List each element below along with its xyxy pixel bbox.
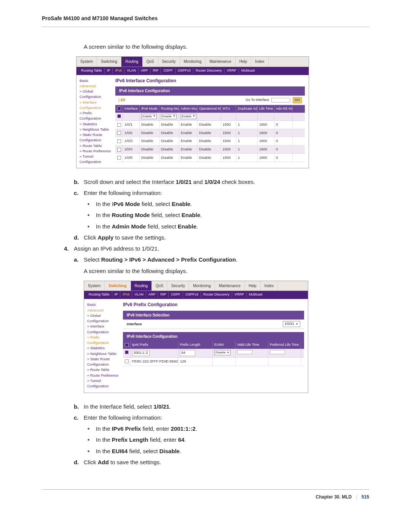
- table-filter-row[interactable]: EnableEnableEnable: [115, 113, 305, 121]
- sidebar-item[interactable]: » Global: [80, 89, 112, 94]
- interface-select[interactable]: 1/0/21: [283, 321, 300, 327]
- subnav-vrrp[interactable]: VRRP: [225, 68, 239, 73]
- tab-system[interactable]: System: [76, 57, 97, 67]
- subnav-arp[interactable]: ARP: [146, 292, 158, 297]
- row-checkbox[interactable]: [117, 148, 121, 152]
- sidebar-item[interactable]: » Static Route: [87, 356, 119, 362]
- row-checkbox[interactable]: [117, 123, 121, 127]
- sidebar-item[interactable]: Advanced: [87, 308, 119, 313]
- sidebar-item[interactable]: » Route Table: [80, 143, 112, 149]
- all-filter-label[interactable]: ¦ All: [118, 97, 125, 103]
- subnav-ipv6[interactable]: IPv6: [113, 68, 124, 73]
- subnav-arp[interactable]: ARP: [139, 68, 151, 73]
- tab-monitoring[interactable]: Monitoring: [189, 281, 215, 291]
- subnav-router-discovery[interactable]: Router Discovery: [201, 292, 232, 297]
- sidebar-item[interactable]: » Neighbour Table: [87, 351, 119, 356]
- filter-input[interactable]: 64: [180, 350, 195, 356]
- tab-security[interactable]: Security: [167, 281, 189, 291]
- tab-qos[interactable]: QoS: [143, 57, 158, 67]
- sidebar-item[interactable]: Advanced: [80, 83, 112, 89]
- subnav-router-discovery[interactable]: Router Discovery: [193, 68, 225, 73]
- sidebar-item[interactable]: » Global: [87, 313, 119, 318]
- sidebar-item[interactable]: » Interface: [80, 100, 112, 105]
- subnav-vrrp[interactable]: VRRP: [232, 292, 247, 297]
- sidebar-item[interactable]: » Neighbour Table: [80, 127, 112, 132]
- sidebar-item[interactable]: » Tunnel: [80, 154, 112, 159]
- bullet-icon: •: [88, 200, 96, 208]
- tab-system[interactable]: System: [84, 281, 105, 291]
- filter-input[interactable]: [270, 350, 285, 354]
- sidebar-item[interactable]: » Statistics: [80, 121, 112, 127]
- subnav-rip[interactable]: RIP: [158, 292, 169, 297]
- tab-monitoring[interactable]: Monitoring: [180, 57, 206, 67]
- cell: 1800: [258, 137, 274, 145]
- sidebar-item[interactable]: » Route Preference: [87, 373, 119, 378]
- filter-input[interactable]: [237, 350, 252, 354]
- filter-checkbox[interactable]: [117, 114, 121, 118]
- sidebar-item[interactable]: » Tunnel: [87, 378, 119, 383]
- tab-routing[interactable]: Routing: [131, 281, 152, 291]
- subnav-routing-table[interactable]: Routing Table: [86, 292, 112, 297]
- col-header: Routing Mode: [159, 105, 179, 113]
- subnav-multicast[interactable]: Multicast: [239, 68, 257, 73]
- subnav-ip[interactable]: IP: [105, 68, 113, 73]
- sidebar-item[interactable]: » Route Table: [87, 367, 119, 372]
- sidebar-item[interactable]: » Prefix: [80, 110, 112, 116]
- cell: Disable: [159, 137, 179, 145]
- cell: 0: [274, 154, 293, 162]
- select-all-checkbox[interactable]: [125, 343, 129, 347]
- tab-qos[interactable]: QoS: [152, 281, 167, 291]
- subnav-ipv6[interactable]: IPv6: [120, 292, 132, 297]
- subnav-ospf[interactable]: OSPF: [169, 292, 183, 297]
- cell: [236, 358, 268, 366]
- eui64-select[interactable]: Disable: [214, 350, 231, 355]
- filter-input[interactable]: 2001:1::2: [132, 350, 150, 356]
- row-checkbox[interactable]: [117, 156, 121, 160]
- row-checkbox[interactable]: [117, 131, 121, 135]
- filter-select[interactable]: Enable: [141, 114, 157, 119]
- col-header: Admin Mode: [179, 105, 198, 113]
- step-c-text: Enter the following information:: [84, 189, 162, 197]
- sidebar-item[interactable]: » Static Route: [80, 132, 112, 137]
- tab-switching[interactable]: Switching: [105, 281, 131, 291]
- go-button[interactable]: GO: [293, 97, 302, 103]
- tab-index[interactable]: Index: [261, 281, 278, 291]
- subnav-rip[interactable]: RIP: [150, 68, 161, 73]
- filter-checkbox[interactable]: [125, 350, 129, 354]
- subnav-ospfv3[interactable]: OSPFv3: [175, 68, 193, 73]
- tab-help[interactable]: Help: [236, 57, 252, 67]
- sidebar-item[interactable]: » Route Preference: [80, 149, 112, 154]
- tab-maintenance[interactable]: Maintenance: [215, 281, 245, 291]
- select-all-checkbox[interactable]: [117, 107, 121, 110]
- step-b-marker: b.: [74, 177, 84, 186]
- row-checkbox[interactable]: [117, 139, 121, 143]
- tab-help[interactable]: Help: [245, 281, 261, 291]
- filter-select[interactable]: Enable: [161, 114, 177, 119]
- tab-index[interactable]: Index: [251, 57, 268, 67]
- subnav-vlan[interactable]: VLAN: [124, 68, 139, 73]
- row-checkbox[interactable]: [125, 359, 129, 363]
- subnav-ospf[interactable]: OSPF: [161, 68, 175, 73]
- subnav-routing-table[interactable]: Routing Table: [79, 68, 105, 73]
- subnav-multicast[interactable]: Multicast: [247, 292, 265, 297]
- sidebar-item: Configuration: [87, 340, 119, 345]
- tab-maintenance[interactable]: Maintenance: [206, 57, 235, 67]
- tab-routing[interactable]: Routing: [121, 57, 142, 67]
- tab-switching[interactable]: Switching: [97, 57, 121, 67]
- col-header: Interface: [123, 105, 140, 113]
- filter-select[interactable]: Enable: [181, 114, 196, 119]
- table-filter-row[interactable]: 2001:1::264Disable: [123, 349, 304, 358]
- subnav-ip[interactable]: IP: [112, 292, 121, 297]
- subnav-vlan[interactable]: VLAN: [132, 292, 146, 297]
- sidebar-item: Configuration: [80, 116, 112, 121]
- cell: 1800: [258, 145, 274, 153]
- sidebar-item[interactable]: » Prefix: [87, 335, 119, 340]
- subnav-ospfv3[interactable]: OSPFv3: [183, 292, 201, 297]
- tab-security[interactable]: Security: [158, 57, 180, 67]
- step-4a-marker: a.: [74, 255, 84, 264]
- sidebar-item[interactable]: Basic: [80, 78, 112, 83]
- sidebar-item[interactable]: » Interface: [87, 324, 119, 329]
- goto-interface-input[interactable]: [271, 98, 290, 102]
- sidebar-item[interactable]: » Statistics: [87, 345, 119, 351]
- sidebar-item[interactable]: Basic: [87, 302, 119, 307]
